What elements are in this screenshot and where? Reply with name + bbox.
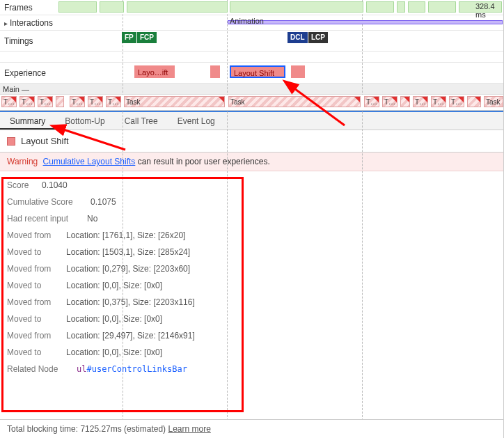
frame-segment[interactable] (58, 1, 97, 13)
flame-task[interactable]: Task (484, 96, 503, 107)
flame-task[interactable] (56, 96, 64, 107)
experience-track[interactable]: Experience Layo…ift Layout Shift (0, 63, 503, 84)
layout-shift-block[interactable] (210, 65, 220, 78)
flame-task[interactable]: T… (449, 96, 464, 107)
warning-label: Warning (7, 157, 38, 166)
frames-track[interactable]: Frames 467.0 ms 292.6 ms 366.0 ms 328.4 … (0, 0, 503, 15)
timing-tag-fp[interactable]: FP (122, 32, 136, 43)
frame-segment[interactable] (397, 1, 405, 13)
detail-row: Moved fromLocation: [1761,1], Size: [26x… (7, 227, 496, 244)
flame-task[interactable] (400, 96, 410, 107)
animation-label: Animation (230, 17, 264, 25)
interactions-track-label: Interactions (0, 18, 56, 28)
detail-row: Moved toLocation: [0,0], Size: [0x0] (7, 311, 496, 327)
detail-row: Moved fromLocation: [0,279], Size: [2203… (7, 260, 496, 277)
timings-track[interactable]: Timings FP FCP DCL LCP (0, 31, 503, 52)
frames-track-content: 467.0 ms 292.6 ms 366.0 ms 328.4 ms (0, 0, 503, 15)
detail-row: Moved fromLocation: [29,497], Size: [214… (7, 327, 496, 344)
interactions-track[interactable]: Interactions Animation (0, 15, 503, 31)
flame-task[interactable]: T… (413, 96, 428, 107)
experience-track-content: Layo…ift Layout Shift (0, 63, 503, 83)
summary-title: Layout Shift (21, 136, 69, 146)
timing-tag-dcl[interactable]: DCL (288, 32, 308, 43)
detail-row: Moved toLocation: [0,0], Size: [0x0] (7, 344, 496, 361)
detail-row: Moved toLocation: [0,0], Size: [0x0] (7, 277, 496, 294)
layout-shift-block[interactable]: Layo…ift (134, 65, 175, 78)
flame-task[interactable]: T… (431, 96, 446, 107)
flame-task[interactable]: T… (364, 96, 379, 107)
detail-row: Cumulative Score0.1075 (7, 194, 496, 210)
track-spacer (0, 52, 503, 63)
warning-link[interactable]: Cumulative Layout Shifts (43, 157, 136, 166)
animation-bar[interactable] (228, 20, 503, 24)
footer-text: Total blocking time: 7125.27ms (estimate… (7, 424, 168, 434)
timings-track-content: FP FCP DCL LCP (0, 31, 503, 51)
frame-segment[interactable] (100, 1, 124, 13)
warning-text: can result in poor user experiences. (135, 157, 269, 166)
flame-task[interactable]: T… (1, 96, 17, 107)
frames-track-label: Frames (0, 3, 56, 13)
flame-task[interactable]: T… (106, 96, 121, 107)
frame-segment[interactable] (408, 1, 425, 13)
timings-track-label: Timings (0, 36, 56, 46)
timing-tag-fcp[interactable]: FCP (137, 32, 157, 43)
frame-segment[interactable] (127, 1, 228, 13)
flame-task[interactable]: Task (228, 96, 361, 107)
experience-track-label: Experience (0, 68, 56, 78)
detail-row: Score0.1040 (7, 177, 496, 194)
interactions-track-content: Animation (0, 15, 503, 30)
flame-task[interactable]: T… (70, 96, 85, 107)
layout-shift-swatch (7, 137, 15, 146)
related-node-link[interactable]: ul#userControlLinksBar (77, 364, 187, 374)
main-thread-flamechart[interactable]: T… T… T… T… T… T… Task Task T… T… T… T… … (0, 95, 503, 110)
layout-shift-block-selected[interactable]: Layout Shift (230, 65, 285, 78)
detail-row: Moved fromLocation: [0,375], Size: [2203… (7, 294, 496, 311)
timing-tag-lcp[interactable]: LCP (308, 32, 328, 43)
frame-segment[interactable] (366, 1, 394, 13)
detail-row: Moved toLocation: [1503,1], Size: [285x2… (7, 244, 496, 260)
flame-task[interactable] (467, 96, 481, 107)
timeline-panel: Frames 467.0 ms 292.6 ms 366.0 ms 328.4 … (0, 0, 503, 111)
main-thread-header[interactable]: Main — (0, 84, 503, 95)
footer-learn-more[interactable]: Learn more (168, 424, 210, 434)
footer-status: Total blocking time: 7125.27ms (estimate… (0, 419, 503, 438)
tab-summary[interactable]: Summary (0, 112, 55, 130)
flame-task[interactable]: T… (382, 96, 397, 107)
layout-shift-block[interactable] (291, 65, 305, 78)
frame-segment[interactable] (230, 1, 363, 13)
summary-details: Score0.1040 Cumulative Score0.1075 Had r… (0, 171, 503, 383)
flame-task[interactable]: T… (38, 96, 53, 107)
detail-row: Related Node ul#userControlLinksBar (7, 361, 496, 377)
tab-call-tree[interactable]: Call Tree (115, 112, 168, 130)
detail-row: Had recent inputNo (7, 210, 496, 227)
summary-header: Layout Shift (0, 130, 503, 152)
tab-event-log[interactable]: Event Log (168, 112, 225, 130)
warning-banner: Warning Cumulative Layout Shifts can res… (0, 152, 503, 171)
flame-task[interactable]: T… (88, 96, 103, 107)
frame-segment[interactable] (428, 1, 456, 13)
tab-bottom-up[interactable]: Bottom-Up (55, 112, 114, 130)
details-tabs: Summary Bottom-Up Call Tree Event Log (0, 111, 503, 130)
flame-task[interactable]: Task (124, 96, 225, 107)
flame-task[interactable]: T… (19, 96, 35, 107)
